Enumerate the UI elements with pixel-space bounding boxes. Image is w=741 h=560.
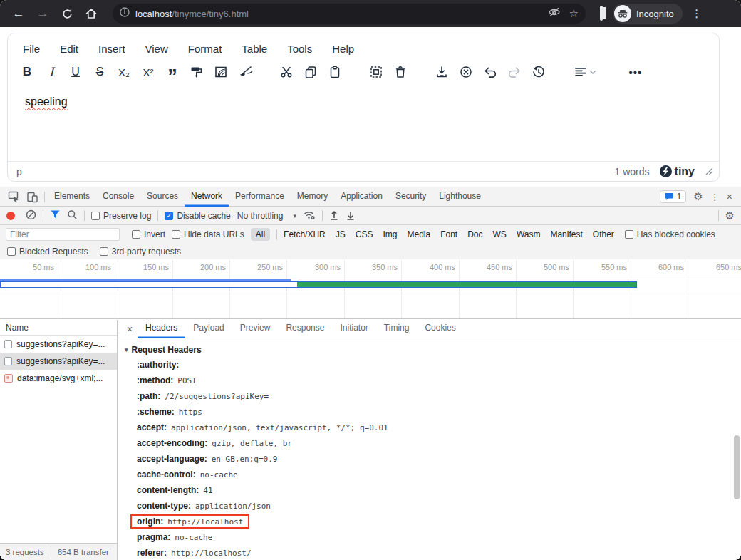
tab-security[interactable]: Security: [389, 187, 432, 207]
menu-help[interactable]: Help: [332, 43, 354, 55]
more-toolbar-icon[interactable]: •••: [623, 61, 648, 83]
detail-tab-initiator[interactable]: Initiator: [332, 320, 375, 338]
menu-format[interactable]: Format: [188, 43, 222, 55]
element-path[interactable]: p: [16, 166, 22, 177]
forward-icon[interactable]: →: [33, 4, 53, 24]
detail-tab-timing[interactable]: Timing: [376, 320, 418, 338]
headers-body[interactable]: ▾ Request Headers :authority: :method:PO…: [118, 338, 741, 560]
detail-tab-response[interactable]: Response: [278, 320, 332, 338]
export-har-icon[interactable]: [346, 209, 356, 222]
invert-checkbox[interactable]: Invert: [132, 229, 165, 239]
devtools-settings-icon[interactable]: ⚙: [693, 190, 703, 203]
throttling-select[interactable]: No throttling ▾: [237, 211, 296, 221]
cut-icon[interactable]: [274, 61, 299, 83]
copy-icon[interactable]: [299, 61, 323, 83]
site-info-icon[interactable]: [120, 7, 130, 20]
network-overview[interactable]: 50 ms 100 ms 150 ms 200 ms 250 ms 300 ms…: [0, 260, 741, 319]
import-har-icon[interactable]: [329, 209, 339, 222]
superscript-icon[interactable]: X²: [136, 61, 160, 83]
filter-type-ws[interactable]: WS: [493, 229, 507, 239]
blocked-requests-checkbox[interactable]: Blocked Requests: [7, 247, 88, 256]
cancel-icon[interactable]: [454, 61, 478, 83]
search-icon[interactable]: [67, 209, 78, 222]
export-icon[interactable]: [430, 61, 454, 83]
issues-badge[interactable]: 1: [660, 190, 687, 203]
detail-close-icon[interactable]: ×: [122, 323, 138, 335]
misspelled-word[interactable]: speeling: [25, 95, 68, 108]
paste-icon[interactable]: [323, 61, 347, 83]
filter-input[interactable]: [6, 228, 120, 241]
restore-draft-icon[interactable]: [527, 61, 551, 83]
delete-icon[interactable]: [388, 61, 413, 83]
italic-icon[interactable]: I: [39, 61, 63, 83]
eye-off-icon[interactable]: [548, 6, 561, 21]
tab-performance[interactable]: Performance: [229, 187, 291, 207]
side-panel-icon[interactable]: [600, 7, 603, 20]
clear-icon[interactable]: [26, 209, 36, 222]
filter-type-media[interactable]: Media: [407, 229, 430, 239]
undo-icon[interactable]: [478, 61, 502, 83]
bold-icon[interactable]: B: [15, 61, 39, 83]
redo-icon[interactable]: [502, 61, 527, 83]
request-row[interactable]: suggestions?apiKey=...: [0, 336, 117, 353]
tab-elements[interactable]: Elements: [48, 187, 96, 207]
device-toolbar-icon[interactable]: [23, 187, 41, 206]
filter-funnel-icon[interactable]: [50, 209, 61, 222]
tab-lighthouse[interactable]: Lighthouse: [432, 187, 487, 207]
hide-data-urls-checkbox[interactable]: Hide data URLs: [172, 229, 244, 239]
record-icon[interactable]: [6, 212, 15, 220]
word-count[interactable]: 1 words: [615, 166, 650, 177]
detail-tab-headers[interactable]: Headers: [138, 320, 185, 338]
brush-icon[interactable]: [233, 61, 257, 83]
devtools-close-icon[interactable]: ×: [727, 191, 732, 202]
back-icon[interactable]: ←: [9, 4, 28, 24]
chrome-menu-icon[interactable]: ⋮: [687, 4, 707, 24]
resize-handle-icon[interactable]: [705, 166, 713, 177]
request-row[interactable]: data:image/svg+xml;...: [0, 370, 117, 387]
menu-insert[interactable]: Insert: [98, 43, 125, 55]
detail-tab-payload[interactable]: Payload: [185, 320, 232, 338]
paint-roller-icon[interactable]: [185, 61, 209, 83]
disable-cache-checkbox[interactable]: ✓ Disable cache: [165, 211, 230, 221]
network-conditions-icon[interactable]: [303, 209, 316, 222]
has-blocked-cookies-checkbox[interactable]: Has blocked cookies: [625, 229, 715, 239]
filter-type-font[interactable]: Font: [440, 229, 457, 239]
reload-icon[interactable]: [57, 4, 77, 24]
menu-view[interactable]: View: [145, 43, 168, 55]
inspect-element-icon[interactable]: [4, 187, 23, 206]
filter-type-img[interactable]: Img: [383, 229, 397, 239]
menu-tools[interactable]: Tools: [287, 43, 312, 55]
tab-application[interactable]: Application: [334, 187, 389, 207]
filter-type-wasm[interactable]: Wasm: [517, 229, 541, 239]
request-headers-section[interactable]: ▾ Request Headers: [118, 338, 741, 357]
filter-type-other[interactable]: Other: [593, 229, 614, 239]
underline-icon[interactable]: U: [63, 61, 88, 83]
tab-memory[interactable]: Memory: [291, 187, 334, 207]
frame-fill-icon[interactable]: [209, 61, 233, 83]
filter-type-manifest[interactable]: Manifest: [550, 229, 582, 239]
home-icon[interactable]: [81, 4, 101, 24]
filter-type-doc[interactable]: Doc: [467, 229, 482, 239]
name-column-header[interactable]: Name: [0, 320, 117, 336]
filter-type-fetch[interactable]: Fetch/XHR: [284, 229, 326, 239]
blockquote-icon[interactable]: ”: [160, 61, 185, 83]
detail-tab-preview[interactable]: Preview: [232, 320, 279, 338]
detail-tab-cookies[interactable]: Cookies: [417, 320, 463, 338]
tiny-logo[interactable]: tiny: [660, 165, 695, 178]
menu-table[interactable]: Table: [242, 43, 267, 55]
tab-sources[interactable]: Sources: [140, 187, 185, 207]
menu-edit[interactable]: Edit: [60, 43, 78, 55]
subscript-icon[interactable]: X₂: [112, 61, 136, 83]
strikethrough-icon[interactable]: S: [88, 61, 112, 83]
select-all-icon[interactable]: [364, 61, 388, 83]
filter-type-js[interactable]: JS: [336, 229, 346, 239]
filter-type-all[interactable]: All: [251, 228, 270, 241]
network-settings-icon[interactable]: ⚙: [725, 209, 735, 222]
scrollbar-thumb[interactable]: [734, 435, 740, 499]
third-party-checkbox[interactable]: 3rd-party requests: [100, 247, 181, 256]
editor-content[interactable]: speeling: [8, 86, 719, 161]
filter-type-css[interactable]: CSS: [356, 229, 373, 239]
preserve-log-checkbox[interactable]: Preserve log: [91, 211, 151, 221]
menu-file[interactable]: File: [23, 43, 40, 55]
tab-network[interactable]: Network: [185, 187, 229, 207]
